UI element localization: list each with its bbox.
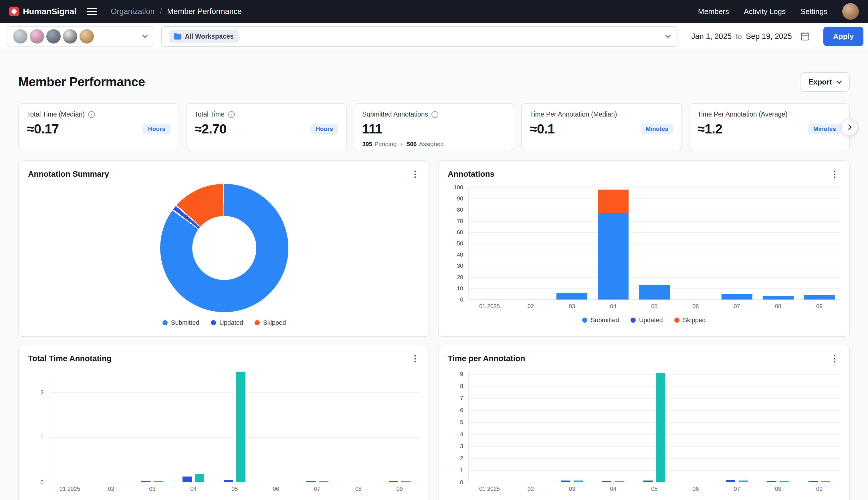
member-avatar-1 <box>13 29 27 44</box>
workspace-chip[interactable]: All Workspaces <box>169 30 239 43</box>
page-title: Member Performance <box>18 75 145 89</box>
legend-item: Submitted <box>163 319 199 327</box>
export-button[interactable]: Export <box>800 72 850 92</box>
bar <box>780 481 789 482</box>
bar <box>236 372 245 482</box>
bar-group <box>91 372 132 482</box>
bar-group <box>799 372 840 482</box>
legend-dot <box>211 320 216 325</box>
info-icon[interactable] <box>88 111 95 118</box>
x-axis-label: 05 <box>214 486 255 492</box>
y-axis-label: 5 <box>460 419 463 425</box>
x-axis-label: 06 <box>675 303 716 309</box>
info-icon[interactable] <box>431 111 438 118</box>
chart-title: Total Time Annotating <box>28 354 112 363</box>
nav-settings-link[interactable]: Settings <box>800 7 828 16</box>
plot <box>468 187 840 299</box>
bar-group <box>49 372 91 482</box>
legend-dot <box>255 320 260 325</box>
brand-name: HumanSignal <box>23 7 77 16</box>
bar <box>739 480 748 482</box>
annotation-summary-donut <box>28 184 420 312</box>
x-axis-label: 02 <box>91 486 132 492</box>
pending-count: 395 <box>362 140 372 147</box>
stat-card-total-time-median: Total Time (Median) ≈0.17 Hours <box>18 103 179 151</box>
unit-badge: Minutes <box>641 124 673 134</box>
stacked-bar <box>722 294 752 299</box>
chevron-down-icon <box>665 32 671 38</box>
kebab-menu-icon[interactable] <box>410 169 420 179</box>
bar <box>656 373 665 482</box>
chevron-down-icon <box>142 32 148 38</box>
workspace-filter-select[interactable]: All Workspaces <box>161 26 678 47</box>
y-axis-label: 10 <box>457 285 463 292</box>
legend-item: Updated <box>631 316 663 324</box>
bar <box>767 481 776 482</box>
stat-value: ≈0.17 <box>27 121 59 137</box>
humansignal-logo-icon <box>9 7 19 16</box>
legend-item: Skipped <box>674 316 706 324</box>
hamburger-menu-icon[interactable] <box>87 5 97 18</box>
stat-card-total-time: Total Time ≈2.70 Hours <box>186 103 347 151</box>
legend-dot <box>631 318 636 323</box>
kebab-menu-icon[interactable] <box>830 353 840 364</box>
stat-card-time-per-annotation-average: Time Per Annotation (Average) ≈1.2 Minut… <box>689 103 850 151</box>
info-icon[interactable] <box>228 111 235 118</box>
apply-button[interactable]: Apply <box>823 27 864 46</box>
member-avatar-4 <box>63 29 77 44</box>
y-axis-label: 20 <box>457 274 463 281</box>
bar-group <box>510 187 551 299</box>
nav-members-link[interactable]: Members <box>698 7 729 16</box>
members-filter-select[interactable] <box>7 26 153 47</box>
stat-label: Time Per Annotation (Average) <box>697 111 788 118</box>
bar-group <box>675 372 716 482</box>
bar <box>389 481 398 482</box>
kebab-menu-icon[interactable] <box>830 169 840 179</box>
x-axis-label: 08 <box>338 486 379 492</box>
bar-slots <box>469 372 840 482</box>
date-end[interactable]: Sep 19, 2025 <box>746 32 792 41</box>
bar-segment <box>763 296 794 299</box>
top-navbar: HumanSignal Organization / Member Perfor… <box>0 0 868 23</box>
legend-dot <box>582 318 587 323</box>
y-axis-label: 1 <box>460 467 463 474</box>
legend-item: Updated <box>211 319 243 327</box>
breadcrumb: Organization / Member Performance <box>111 7 242 16</box>
calendar-icon[interactable] <box>800 32 810 41</box>
bar <box>574 480 583 482</box>
bar-segment <box>556 293 587 299</box>
date-range-picker[interactable]: Jan 1, 2025 to Sep 19, 2025 <box>685 32 815 41</box>
assigned-label: Assigned <box>419 140 444 147</box>
bar <box>154 481 163 482</box>
bar-group <box>551 187 593 299</box>
y-axis-label: 0 <box>460 479 463 486</box>
page-header: Member Performance Export <box>18 72 850 92</box>
x-axis-label: 05 <box>634 303 675 309</box>
date-start[interactable]: Jan 1, 2025 <box>691 32 731 41</box>
legend-item: Skipped <box>255 319 286 327</box>
breadcrumb-organization[interactable]: Organization <box>111 7 154 16</box>
x-axis-label: 07 <box>716 303 758 309</box>
chart-title: Time per Annotation <box>448 354 525 363</box>
brand-logo[interactable]: HumanSignal <box>9 7 77 16</box>
bar-slots <box>469 187 840 299</box>
y-axis-label: 6 <box>460 407 463 413</box>
carousel-next-button[interactable] <box>841 119 858 135</box>
y-axis-label: 8 <box>460 383 463 389</box>
folder-icon <box>174 33 181 39</box>
plot-area: 0102030405060708090100 <box>448 187 840 299</box>
breadcrumb-current-page: Member Performance <box>167 7 242 16</box>
nav-activity-logs-link[interactable]: Activity Logs <box>744 7 786 16</box>
bar-group <box>469 187 510 299</box>
total-time-bar-chart: 01201 20250203040506070809 <box>28 372 420 492</box>
bar-group <box>758 187 799 299</box>
x-axis-label: 09 <box>799 486 840 492</box>
bar-group <box>551 372 593 482</box>
stat-subtext: 395 Pending • 506 Assigned <box>362 140 506 147</box>
user-avatar[interactable] <box>842 3 859 20</box>
annotations-card: Annotations 010203040506070809010001 202… <box>438 160 850 337</box>
kebab-menu-icon[interactable] <box>410 353 420 364</box>
bar-group <box>716 187 758 299</box>
x-axis-label: 06 <box>675 486 716 492</box>
x-axis: 01 20250203040506070809 <box>469 486 840 492</box>
